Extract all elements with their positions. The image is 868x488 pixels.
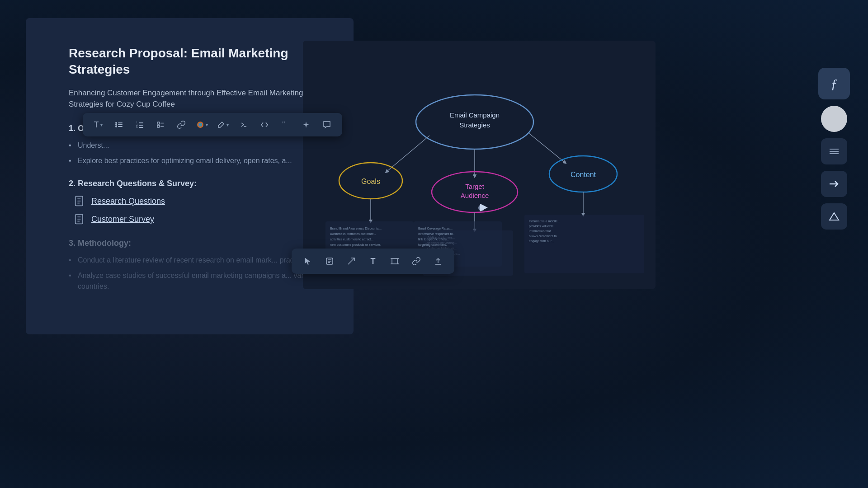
svg-text:Content: Content [571,171,596,178]
svg-text:3.: 3. [136,126,138,128]
svg-text:Informative responses to...: Informative responses to... [418,232,456,236]
sparkle-icon [302,121,310,129]
quote-icon: " [281,121,289,129]
section-2: 2. Research Questions & Survey: Research… [69,179,331,226]
frame-icon [390,257,399,266]
link-item-survey[interactable]: Customer Survey [69,213,331,226]
frame-tool-button[interactable] [387,254,402,268]
svg-text:allows customers to...: allows customers to... [529,235,559,238]
text-dropdown-arrow: ▾ [100,122,103,127]
svg-text:Audience: Audience [461,192,489,199]
color-dropdown-arrow: ▾ [206,122,208,127]
toolbar-bottom: T [292,249,454,274]
link-item-research[interactable]: Research Questions [69,195,331,208]
svg-text:": " [282,121,285,128]
note-tool-button[interactable] [322,254,337,268]
link-tool-button[interactable] [409,254,424,268]
svg-marker-85 [830,213,839,220]
svg-rect-57 [524,215,644,273]
svg-point-12 [115,126,117,127]
bullet-3-2: Analyze case studies of successful email… [69,270,331,292]
arrow-icon [347,257,356,266]
svg-line-73 [348,258,354,264]
svg-rect-9 [118,122,123,123]
svg-rect-13 [118,126,123,127]
script-tool-button[interactable]: ƒ [818,68,850,99]
svg-rect-22 [157,125,160,127]
highlight-dropdown-arrow: ▾ [226,122,229,127]
note-icon [325,257,334,266]
svg-point-26 [200,124,201,126]
link-button[interactable] [174,117,189,132]
triangle-icon [829,211,840,222]
cursor-icon [303,257,312,266]
toolbar-top: T ▾ 1. 2. 3. [83,113,342,136]
svg-rect-15 [139,122,143,123]
bullet-list-button[interactable] [112,117,126,132]
svg-marker-29 [303,122,309,128]
ai-button[interactable] [299,117,313,132]
color-button[interactable]: ▾ [195,117,209,132]
svg-point-10 [115,124,117,126]
text-icon: T [94,120,99,130]
svg-rect-19 [139,127,143,128]
customer-survey-link[interactable]: Customer Survey [91,215,154,224]
svg-text:Brand Brand Awareness Discount: Brand Brand Awareness Discounts... [330,227,382,230]
terminal-button[interactable] [236,117,251,132]
svg-text:engage with our...: engage with our... [529,239,554,243]
link-tool-icon [412,257,421,266]
text-tool-button[interactable]: T [366,254,380,268]
document-icon-survey [73,213,86,226]
highlight-button[interactable]: ▾ [216,117,230,132]
section-3-title: 3. Methodology: [69,239,331,248]
text-format-button[interactable]: T ▾ [91,117,105,132]
doc-title: Research Proposal: Email Marketing Strat… [69,45,331,78]
svg-text:information that...: information that... [529,230,553,233]
svg-text:Email Campaign: Email Campaign [450,111,500,119]
svg-text:Informative a mobile...: Informative a mobile... [529,220,560,223]
bullet-1-2: Explore best practices for optimizing em… [69,155,331,166]
svg-rect-74 [392,258,397,264]
svg-text:link to specific offers...: link to specific offers... [418,238,449,241]
svg-rect-20 [157,122,160,124]
arrow-right-tool-button[interactable] [821,171,847,197]
code-icon [260,121,269,129]
checklist-button[interactable] [153,117,168,132]
svg-text:provides valuable...: provides valuable... [529,225,556,228]
code-button[interactable] [257,117,272,132]
arrow-right-icon [828,178,840,190]
upload-tool-button[interactable] [431,254,445,268]
svg-text:new customers products or serv: new customers products or services. [330,243,382,247]
document-icon-research [73,195,86,208]
svg-text:Target: Target [465,183,485,190]
svg-text:Strategies: Strategies [459,121,490,129]
color-icon [196,121,204,129]
bullet-1-1: Underst... [69,140,331,151]
arrow-tool-button[interactable] [344,254,359,268]
script-icon: ƒ [831,76,838,91]
link-icon [177,121,185,129]
svg-point-8 [115,122,117,124]
research-questions-link[interactable]: Research Questions [91,197,165,206]
select-tool-button[interactable] [301,254,315,268]
right-tools-panel: ƒ [818,68,850,230]
quote-button[interactable]: " [278,117,292,132]
numbered-list-button[interactable]: 1. 2. 3. [132,117,147,132]
terminal-icon [240,121,248,129]
svg-text:targeting customers.: targeting customers. [418,243,447,247]
circle-tool-button[interactable] [821,106,847,132]
lines-icon [829,146,840,157]
comment-button[interactable] [320,117,334,132]
svg-text:Goals: Goals [361,178,380,185]
triangle-tool-button[interactable] [821,203,847,230]
text-tool-icon: T [371,257,376,266]
checklist-icon [156,121,165,129]
bullet-list-icon [115,121,123,129]
svg-rect-17 [139,125,143,126]
upload-icon [434,257,443,266]
lines-tool-button[interactable] [821,138,847,164]
svg-text:Awareness promotes customer...: Awareness promotes customer... [330,232,376,236]
numbered-list-icon: 1. 2. 3. [136,121,144,129]
svg-rect-11 [118,124,123,125]
doc-subtitle: Enhancing Customer Engagement through Ef… [69,87,331,110]
